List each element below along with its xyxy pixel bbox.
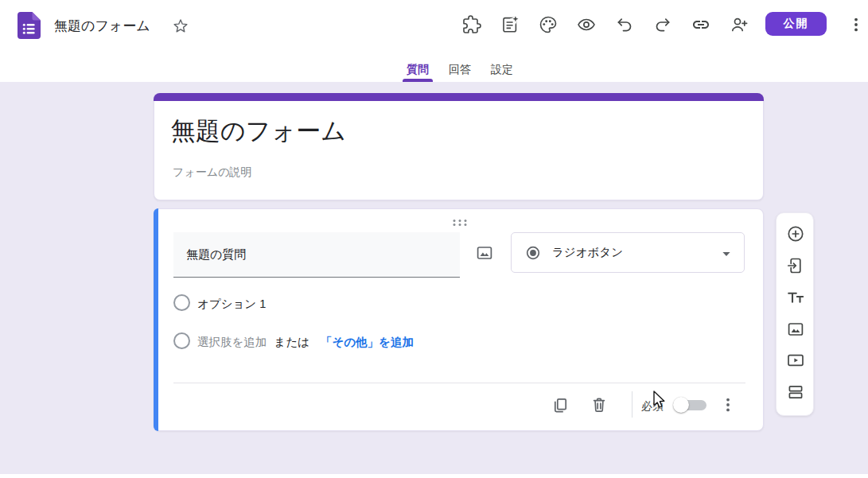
add-section-icon[interactable] — [786, 383, 805, 402]
option-1-radio[interactable] — [173, 294, 190, 311]
form-header-card[interactable]: 無題のフォーム フォームの説明 — [154, 93, 764, 200]
chevron-down-icon — [717, 244, 736, 263]
form-title-input[interactable]: 無題のフォーム — [171, 118, 346, 145]
question-type-label: ラジオボタン — [552, 245, 623, 260]
question-title-input[interactable]: 無題の質問 — [173, 232, 460, 278]
palette-icon[interactable] — [539, 15, 558, 34]
link-icon[interactable] — [691, 15, 710, 34]
add-option-radio — [173, 332, 190, 349]
forms-logo-icon[interactable] — [18, 12, 41, 39]
add-video-icon[interactable] — [786, 351, 805, 370]
extension-icon[interactable] — [462, 15, 481, 34]
tab-settings[interactable]: 設定 — [487, 62, 517, 76]
add-image-to-question-icon[interactable] — [475, 243, 494, 262]
question-type-dropdown[interactable]: ラジオボタン — [511, 232, 745, 273]
question-footer-divider — [173, 383, 745, 383]
bottom-strip — [0, 474, 868, 478]
required-label: 必須 — [641, 399, 664, 414]
toggle-thumb — [673, 397, 689, 413]
editor-tabs: 質問 回答 設定 — [403, 62, 517, 76]
required-toggle[interactable] — [673, 397, 710, 413]
drag-handle-icon[interactable] — [452, 219, 468, 227]
redo-icon[interactable] — [653, 15, 672, 34]
sparkle-form-icon[interactable] — [500, 15, 520, 34]
option-1-label[interactable]: オプション 1 — [197, 297, 266, 312]
undo-icon[interactable] — [615, 15, 634, 34]
add-other-link[interactable]: 「その他」を追加 — [321, 335, 414, 350]
footer-divider-vertical — [632, 391, 633, 418]
star-icon[interactable] — [172, 17, 189, 34]
radio-button-type-icon — [524, 244, 542, 262]
add-option-row: 選択肢を追加 または 「その他」を追加 — [197, 335, 414, 350]
document-title[interactable]: 無題のフォーム — [54, 17, 150, 35]
active-tab-indicator — [403, 79, 433, 82]
or-text: または — [274, 335, 309, 350]
question-card[interactable]: 無題の質問 ラジオボタン オプション 1 — [154, 208, 764, 431]
preview-eye-icon[interactable] — [577, 15, 596, 34]
question-more-vert-icon[interactable] — [718, 395, 738, 414]
side-toolbar — [776, 212, 814, 416]
add-image-icon[interactable] — [786, 320, 805, 339]
add-option-placeholder[interactable]: 選択肢を追加 — [197, 335, 267, 350]
active-question-indicator — [154, 208, 158, 431]
person-add-icon[interactable] — [730, 15, 749, 34]
theme-accent-bar — [154, 93, 764, 101]
tab-responses[interactable]: 回答 — [445, 62, 475, 76]
form-description-input[interactable]: フォームの説明 — [173, 165, 251, 180]
delete-question-icon[interactable] — [590, 395, 609, 414]
duplicate-question-icon[interactable] — [551, 395, 570, 414]
publish-button[interactable]: 公開 — [765, 12, 827, 36]
form-editor-canvas: 無題のフォーム フォームの説明 無題の質問 — [0, 82, 868, 474]
import-questions-icon[interactable] — [786, 256, 805, 275]
more-vert-icon[interactable] — [847, 15, 866, 34]
add-question-icon[interactable] — [786, 224, 805, 243]
topbar: 無題のフォーム — [0, 0, 868, 82]
add-title-icon[interactable] — [786, 288, 805, 307]
question-title-value: 無題の質問 — [186, 232, 246, 277]
tab-questions[interactable]: 質問 — [403, 62, 433, 76]
